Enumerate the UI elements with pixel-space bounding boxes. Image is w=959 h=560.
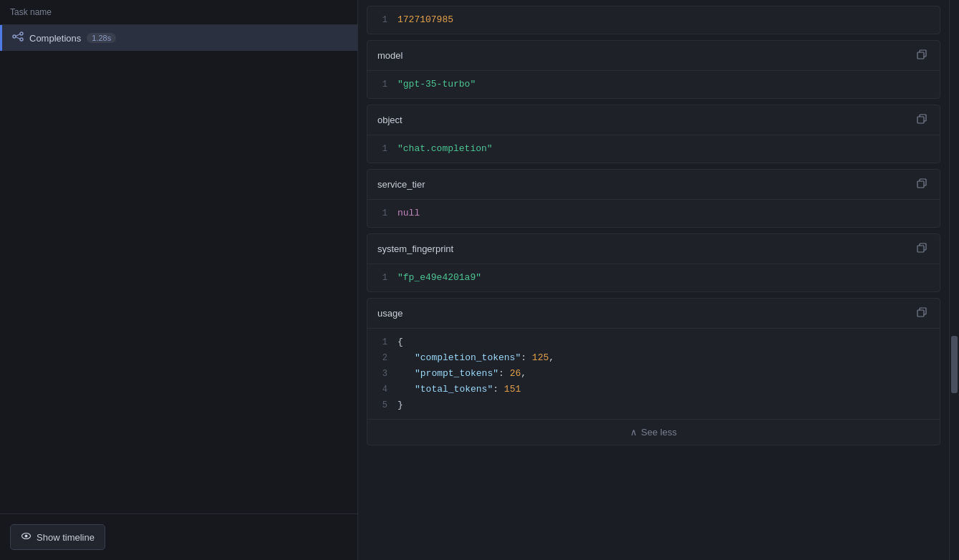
show-timeline-button[interactable]: Show timeline — [10, 524, 105, 550]
code-token: : — [493, 384, 504, 395]
task-name-label: Task name — [10, 7, 52, 17]
line-number: 2 — [377, 350, 387, 366]
code-token: : — [498, 368, 510, 379]
code-line-usage-1: 2"completion_tokens": 125, — [377, 350, 930, 366]
section-title-object: object — [377, 115, 403, 125]
svg-point-2 — [20, 38, 23, 41]
code-content: "chat.completion" — [397, 141, 493, 157]
sidebar: Task name Completions 1.28s Show time — [0, 0, 358, 560]
code-token: "gpt-35-turbo" — [397, 79, 476, 90]
code-line-service_tier-0: 1null — [377, 206, 930, 221]
code-content: null — [397, 206, 420, 221]
section-body-usage: 1{2"completion_tokens": 125,3"prompt_tok… — [367, 329, 940, 419]
svg-point-6 — [25, 535, 28, 538]
eye-icon — [21, 531, 32, 544]
main-content[interactable]: 11727107985model1"gpt-35-turbo"object1"c… — [358, 0, 949, 560]
code-line-usage-4: 5} — [377, 397, 930, 413]
code-token: , — [549, 352, 554, 363]
line-number: 1 — [377, 334, 387, 350]
code-content: "prompt_tokens": 26, — [397, 366, 526, 382]
code-content: "completion_tokens": 125, — [397, 350, 554, 366]
completions-badge: 1.28s — [87, 33, 116, 43]
code-token: : — [521, 352, 532, 363]
section-title-system_fingerprint: system_fingerprint — [377, 243, 453, 254]
sidebar-header: Task name — [0, 0, 357, 25]
code-token: "prompt_tokens" — [415, 368, 498, 379]
section-usage: usage1{2"completion_tokens": 125,3"promp… — [367, 298, 940, 445]
code-token: } — [397, 400, 403, 410]
chevron-up-icon: ∧ — [630, 427, 637, 438]
code-token: "chat.completion" — [397, 143, 493, 154]
section-service_tier: service_tier1null — [367, 169, 940, 228]
sidebar-footer: Show timeline — [0, 513, 357, 560]
code-token: 125 — [532, 352, 549, 363]
code-token: 151 — [504, 384, 521, 395]
code-token: , — [521, 368, 526, 379]
section-title-service_tier: service_tier — [377, 179, 425, 190]
code-token: "total_tokens" — [415, 384, 493, 395]
svg-rect-14 — [917, 246, 924, 252]
copy-button-system_fingerprint[interactable] — [914, 241, 930, 256]
scrollbar-track[interactable] — [949, 0, 959, 560]
code-content: { — [397, 334, 403, 350]
code-line-system_fingerprint-0: 1"fp_e49e4201a9" — [377, 270, 930, 286]
code-token: 26 — [510, 368, 521, 379]
code-content: 1727107985 — [397, 12, 453, 28]
line-number: 1 — [377, 77, 387, 92]
section-model: model1"gpt-35-turbo" — [367, 40, 940, 99]
copy-button-model[interactable] — [914, 48, 930, 63]
section-body-id-section: 11727107985 — [367, 6, 940, 34]
line-number: 1 — [377, 270, 387, 286]
section-header-model: model — [367, 41, 940, 71]
section-body-system_fingerprint: 1"fp_e49e4201a9" — [367, 264, 940, 291]
see-less-area-usage: ∧See less — [367, 419, 940, 445]
svg-rect-10 — [917, 117, 924, 123]
section-id-section: 11727107985 — [367, 6, 940, 34]
section-title-model: model — [377, 50, 403, 61]
code-content: "total_tokens": 151 — [397, 382, 521, 397]
code-line-model-0: 1"gpt-35-turbo" — [377, 77, 930, 92]
section-header-object: object — [367, 105, 940, 135]
svg-rect-12 — [917, 181, 924, 188]
completions-label: Completions — [29, 33, 81, 44]
sidebar-item-completions[interactable]: Completions 1.28s — [0, 25, 357, 51]
code-line-usage-0: 1{ — [377, 334, 930, 350]
completions-icon — [12, 31, 24, 45]
line-number: 5 — [377, 397, 387, 413]
section-object: object1"chat.completion" — [367, 105, 940, 163]
code-token: "fp_e49e4201a9" — [397, 272, 481, 283]
code-content: } — [397, 397, 403, 413]
line-number: 4 — [377, 382, 387, 397]
svg-point-1 — [20, 32, 23, 35]
code-line-object-0: 1"chat.completion" — [377, 141, 930, 157]
scrollbar-thumb[interactable] — [951, 336, 958, 393]
svg-rect-16 — [917, 310, 924, 317]
line-number: 1 — [377, 12, 387, 28]
section-header-system_fingerprint: system_fingerprint — [367, 234, 940, 264]
svg-point-0 — [13, 35, 16, 38]
svg-rect-8 — [917, 52, 924, 59]
code-token: "completion_tokens" — [415, 352, 521, 363]
section-title-usage: usage — [377, 308, 403, 319]
line-number: 1 — [377, 206, 387, 221]
section-header-service_tier: service_tier — [367, 170, 940, 200]
see-less-button-usage[interactable]: ∧See less — [630, 427, 677, 438]
copy-button-object[interactable] — [914, 112, 930, 127]
show-timeline-label: Show timeline — [37, 532, 95, 543]
code-content: "gpt-35-turbo" — [397, 77, 476, 92]
code-content: "fp_e49e4201a9" — [397, 270, 481, 286]
svg-line-4 — [16, 37, 20, 39]
svg-line-3 — [16, 34, 20, 37]
code-line-usage-3: 4"total_tokens": 151 — [377, 382, 930, 397]
code-token: null — [397, 208, 420, 218]
copy-button-service_tier[interactable] — [914, 177, 930, 192]
see-less-label: See less — [641, 427, 677, 438]
code-line-usage-2: 3"prompt_tokens": 26, — [377, 366, 930, 382]
section-body-service_tier: 1null — [367, 200, 940, 227]
section-system_fingerprint: system_fingerprint1"fp_e49e4201a9" — [367, 233, 940, 292]
section-body-object: 1"chat.completion" — [367, 135, 940, 163]
code-token: 1727107985 — [397, 14, 453, 25]
line-number: 3 — [377, 366, 387, 382]
line-number: 1 — [377, 141, 387, 157]
copy-button-usage[interactable] — [914, 306, 930, 321]
